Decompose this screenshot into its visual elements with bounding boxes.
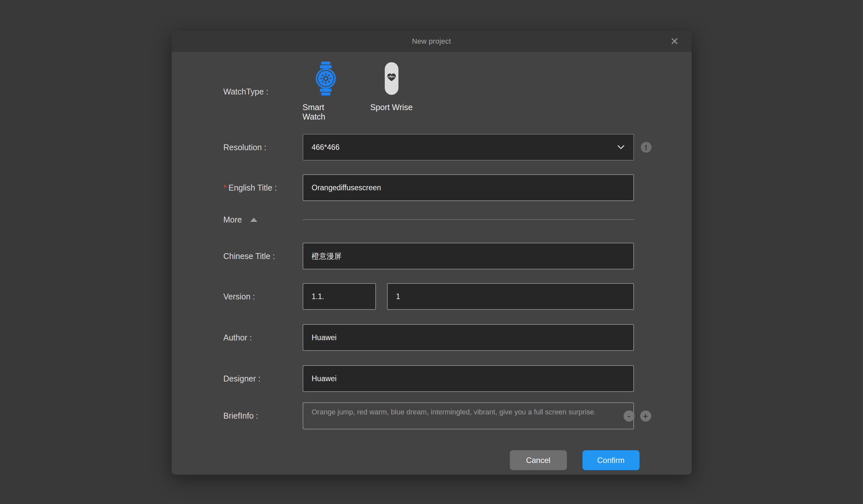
version-prefix-input[interactable]	[303, 283, 376, 310]
new-project-dialog: New project ✕ WatchType :	[172, 31, 692, 475]
watch-option-label: Smart Watch	[303, 103, 349, 122]
dialog-titlebar: New project ✕	[172, 31, 692, 52]
triangle-up-icon	[250, 218, 258, 222]
version-label: Version :	[224, 292, 303, 301]
watch-option-sport-wrise[interactable]: Sport Wrise	[368, 62, 415, 122]
dialog-body: WatchType :	[172, 52, 692, 470]
chinese-title-input[interactable]	[303, 243, 634, 269]
chinese-title-row: Chinese Title :	[224, 243, 634, 269]
brief-info-label: BriefInfo :	[224, 411, 303, 420]
resolution-select-value: 466*466	[312, 143, 340, 152]
resolution-select[interactable]: 466*466	[303, 134, 634, 161]
confirm-button[interactable]: Confirm	[583, 450, 639, 470]
watch-option-label: Sport Wrise	[370, 103, 412, 112]
more-toggle[interactable]: More	[224, 215, 303, 225]
minus-icon[interactable]: -	[624, 411, 635, 421]
designer-label: Designer :	[224, 374, 303, 383]
resolution-row: Resolution : 466*466 !	[224, 134, 634, 161]
resolution-label: Resolution :	[224, 143, 303, 152]
version-row: Version :	[224, 283, 634, 310]
more-row: More	[224, 215, 634, 225]
round-smart-watch-icon	[314, 62, 337, 96]
watch-type-row: WatchType :	[224, 62, 634, 122]
watch-type-options: Smart Watch Sport Wrise	[303, 62, 415, 122]
dialog-title: New project	[412, 37, 451, 46]
version-input[interactable]	[387, 283, 634, 310]
sport-band-heart-icon	[385, 62, 398, 96]
watch-type-label: WatchType :	[224, 87, 303, 97]
close-icon[interactable]: ✕	[667, 31, 682, 52]
author-input[interactable]	[303, 324, 634, 351]
designer-row: Designer :	[224, 365, 634, 392]
more-label: More	[224, 215, 242, 225]
brief-info-textarea[interactable]: Orange jump, red warm, blue dream, inter…	[303, 402, 634, 429]
dialog-footer: Cancel Confirm	[224, 450, 639, 470]
designer-input[interactable]	[303, 365, 634, 392]
watch-option-smart-watch[interactable]: Smart Watch	[303, 62, 349, 122]
english-title-label: *English Title :	[224, 183, 303, 192]
chevron-down-icon	[617, 144, 625, 150]
author-row: Author :	[224, 324, 634, 351]
english-title-row: *English Title :	[224, 174, 634, 201]
section-divider	[303, 219, 634, 220]
required-asterisk: *	[224, 183, 227, 192]
exclamation-circle-icon[interactable]: !	[641, 142, 652, 153]
plus-icon[interactable]: +	[640, 411, 651, 421]
cancel-button[interactable]: Cancel	[510, 450, 567, 470]
english-title-input[interactable]	[303, 174, 634, 201]
brief-info-row: BriefInfo : Orange jump, red warm, blue …	[224, 402, 634, 429]
author-label: Author :	[224, 333, 303, 342]
chinese-title-label: Chinese Title :	[224, 252, 303, 261]
